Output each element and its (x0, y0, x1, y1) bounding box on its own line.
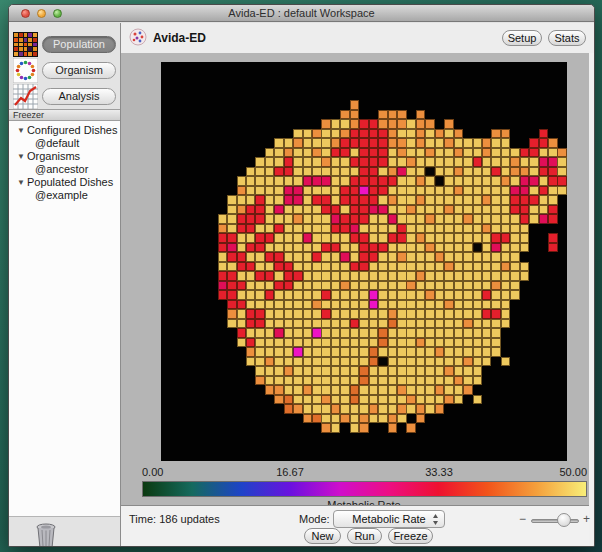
dish-cell (284, 148, 294, 158)
dish-cell (303, 214, 313, 224)
dish-cell (435, 328, 445, 338)
dish-cell (416, 224, 426, 234)
dish-cell (246, 176, 256, 186)
nav-row-population: Population (9, 32, 121, 58)
dish-cell (350, 214, 360, 224)
mode-popup[interactable]: Metabolic Rate (333, 510, 445, 528)
freeze-button[interactable]: Freeze (388, 528, 433, 544)
dish-cell (548, 195, 558, 205)
dish-cell (246, 271, 256, 281)
freezer-group-configured-dishes[interactable]: ▼Configured Dishes (9, 124, 120, 137)
run-button[interactable]: Run (347, 528, 382, 544)
dish-cell (293, 233, 303, 243)
dish-cell (274, 385, 284, 395)
population-button[interactable]: Population (42, 36, 116, 53)
dish-cell (293, 205, 303, 215)
dish-cell (548, 214, 558, 224)
stats-button[interactable]: Stats (548, 30, 586, 46)
dish-cell (520, 214, 530, 224)
dish-cell (444, 224, 454, 234)
dish-cell (510, 157, 520, 167)
freezer-group-organisms[interactable]: ▼Organisms (9, 150, 120, 163)
dish-cell (406, 119, 416, 129)
dish-cell (444, 214, 454, 224)
dish-cell (246, 338, 256, 348)
dish-cell (416, 376, 426, 386)
freezer-item-default[interactable]: @default (9, 137, 120, 150)
dish-cell (312, 328, 322, 338)
dish-cell (312, 338, 322, 348)
analysis-button[interactable]: Analysis (42, 88, 116, 105)
dish-cell (255, 262, 265, 272)
time-status: Time: 186 updates (129, 513, 220, 525)
dish-cell (350, 357, 360, 367)
dish-cell (303, 186, 313, 196)
dish-cell (378, 328, 388, 338)
dish-cell (397, 214, 407, 224)
dish-cell (321, 376, 331, 386)
dish-cell (435, 176, 445, 186)
dish-cell (406, 252, 416, 262)
dish-cell (340, 347, 350, 357)
dish-cell (321, 243, 331, 253)
dish-cell (520, 148, 530, 158)
dish-cell (491, 205, 501, 215)
dish-cell (340, 157, 350, 167)
freezer-group-populated-dishes[interactable]: ▼Populated Dishes (9, 176, 120, 189)
dish-cell (237, 252, 247, 262)
dish-cell (331, 252, 341, 262)
dish-cell (463, 243, 473, 253)
dish-cell (388, 110, 398, 120)
dish-cell (312, 148, 322, 158)
dish-cell (312, 376, 322, 386)
freezer-item-ancestor[interactable]: @ancestor (9, 163, 120, 176)
dish-cell (340, 195, 350, 205)
dish-cell (340, 233, 350, 243)
dish-cell (265, 224, 275, 234)
dish-cell (340, 271, 350, 281)
dish-cell (482, 290, 492, 300)
dish-cell (321, 129, 331, 139)
dish-cell (331, 214, 341, 224)
freezer-item-example[interactable]: @example (9, 189, 120, 202)
dish-cell (227, 214, 237, 224)
dish-cell (350, 300, 360, 310)
dish-cell (274, 214, 284, 224)
app-window: Avida-ED : default Workspace Population … (8, 4, 595, 547)
organism-button[interactable]: Organism (42, 62, 116, 79)
dish-cell (359, 262, 369, 272)
map-zoom-slider[interactable] (531, 519, 579, 523)
dish-cell (274, 300, 284, 310)
dish-cell (473, 271, 483, 281)
dish-cell (425, 262, 435, 272)
dish-cell (482, 233, 492, 243)
dish-cell (444, 205, 454, 215)
legend-gradient (142, 481, 587, 497)
dish-cell (369, 338, 379, 348)
dish-cell (293, 290, 303, 300)
dish-cell (237, 176, 247, 186)
dish-cell (255, 281, 265, 291)
dish-cell (416, 290, 426, 300)
dish-cell (378, 110, 388, 120)
new-button[interactable]: New (304, 528, 341, 544)
dish-cell (246, 300, 256, 310)
dish-cell (218, 214, 228, 224)
dish-cell (378, 300, 388, 310)
dish-cell (416, 309, 426, 319)
dish-cell (265, 347, 275, 357)
dish-cell (501, 205, 511, 215)
dish-cell (539, 195, 549, 205)
dish-cell (350, 252, 360, 262)
dish-viewport[interactable] (161, 62, 567, 461)
dish-cell (501, 186, 511, 196)
dish-cell (227, 252, 237, 262)
dish-cell (378, 157, 388, 167)
trash-icon[interactable] (33, 522, 59, 547)
dish-cell (350, 148, 360, 158)
setup-button[interactable]: Setup (502, 30, 542, 46)
dish-cell (255, 338, 265, 348)
dish-cell (510, 271, 520, 281)
dish-cell (491, 233, 501, 243)
map-zoom-slider-thumb[interactable] (557, 513, 571, 527)
